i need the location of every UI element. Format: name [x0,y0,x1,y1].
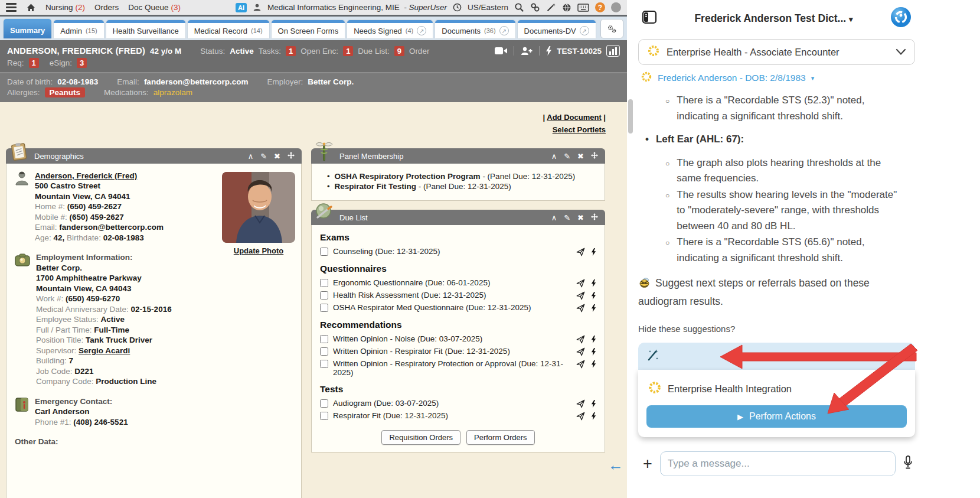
perform-bolt-icon[interactable] [591,279,596,288]
sidebar-toggle-icon[interactable] [642,10,657,27]
timezone-label[interactable]: US/Eastern [468,3,508,12]
close-icon[interactable]: ✖ [577,152,584,161]
nav-doc-queue[interactable]: Doc Queue(3) [128,3,181,12]
chevron-down-icon[interactable] [896,47,906,58]
external-link-icon[interactable]: ↗ [417,26,426,35]
due-item-checkbox[interactable] [320,347,328,356]
send-icon[interactable] [576,335,585,344]
tab-health-surveillance[interactable]: Health Surveillance [106,20,185,38]
panel-membership-header[interactable]: Panel Membership ∧ ✎ ✖ [311,148,605,164]
suggestion-action-box[interactable] [638,343,915,370]
suggested-prompt[interactable]: Suggest next steps or referrals based on… [638,275,914,310]
conversation-title[interactable]: Frederick Anderson Test Dict... ▾ [662,12,886,25]
due-item-checkbox[interactable] [320,399,328,408]
tab-documents-dv[interactable]: Documents-DV↗ [518,20,596,38]
tab-admin[interactable]: Admin(15) [54,20,103,38]
collapse-icon[interactable]: ∧ [551,152,557,161]
due-item-checkbox[interactable] [320,412,328,420]
send-icon[interactable] [576,399,585,408]
scrollbar-thumb[interactable] [628,99,633,134]
open-enc-count-badge[interactable]: 1 [343,46,353,56]
edit-icon[interactable]: ✎ [564,152,570,161]
search-icon[interactable] [514,2,524,12]
due-list-header[interactable]: Due List ∧ ✎ ✖ [311,210,605,225]
hide-suggestions-link[interactable]: Hide these suggestions? [638,324,915,334]
close-icon[interactable]: ✖ [577,213,584,222]
send-icon[interactable] [576,347,585,356]
due-list-count-badge[interactable]: 9 [394,46,404,56]
external-link-icon[interactable]: ↗ [499,26,509,35]
external-link-icon[interactable]: ↗ [580,26,589,35]
due-item-checkbox[interactable] [320,304,328,312]
move-icon[interactable] [288,152,295,161]
requisition-orders-button[interactable]: Requisition Orders [381,430,460,445]
edit-icon[interactable]: ✎ [564,213,570,222]
send-icon[interactable] [576,304,585,313]
nav-nursing[interactable]: Nursing(2) [45,3,85,12]
supervisor-link[interactable]: Sergio Acardi [79,346,130,355]
video-icon[interactable] [495,47,508,55]
send-icon[interactable] [576,412,585,421]
assistant-logo[interactable] [890,6,912,30]
due-item-checkbox[interactable] [320,360,328,368]
req-count-badge[interactable]: 1 [29,58,39,68]
send-icon[interactable] [576,291,585,300]
help-icon[interactable]: ? [595,2,605,12]
perform-orders-button[interactable]: Perform Orders [466,430,535,445]
move-icon[interactable] [591,213,598,222]
demographics-portlet-header[interactable]: Demographics ∧ ✎ ✖ [6,148,302,164]
due-item-checkbox[interactable] [320,335,328,343]
perform-bolt-icon[interactable] [591,412,596,421]
select-portlets-link[interactable]: Select Portlets [553,125,606,134]
keyboard-icon[interactable] [577,4,589,12]
perform-bolt-icon[interactable] [591,304,596,313]
patient-context-link[interactable]: Frederick Anderson - DOB: 2/8/1983 ▾ [635,71,919,85]
wand-icon[interactable] [546,2,556,12]
send-icon[interactable] [576,279,585,288]
hamburger-menu-icon[interactable] [6,3,17,12]
panel-collapse-arrow[interactable]: ← [608,456,623,474]
send-icon[interactable] [576,248,585,256]
home-icon[interactable] [26,3,36,12]
microphone-icon[interactable] [903,455,913,472]
collapse-icon[interactable]: ∧ [551,213,557,222]
due-item-checkbox[interactable] [320,279,328,287]
tasks-count-badge[interactable]: 1 [286,46,296,56]
encounter-source-card[interactable]: Enterprise Health - Associate Encounter [638,39,915,65]
send-icon[interactable] [576,360,585,369]
message-input[interactable] [660,451,896,476]
perform-bolt-icon[interactable] [591,347,596,356]
nav-orders[interactable]: Orders [94,3,119,12]
move-icon[interactable] [591,152,598,161]
tab-settings-button[interactable] [600,19,623,38]
tab-needs-signed[interactable]: Needs Signed(4)↗ [347,20,433,38]
tab-medical-record[interactable]: Medical Record(14) [188,20,269,38]
due-item-checkbox[interactable] [320,248,328,256]
esign-count-badge[interactable]: 3 [77,58,87,68]
add-person-icon[interactable] [520,46,533,56]
add-document-link[interactable]: Add Document [547,113,601,122]
tab-summary[interactable]: Summary [4,19,51,38]
medication-value[interactable]: alprazolam [153,88,192,97]
patient-name-link[interactable]: Anderson, Frederick (Fred) [35,171,137,180]
perform-actions-button[interactable]: ▶ Perform Actions [646,405,907,428]
collapse-icon[interactable]: ∧ [248,152,254,161]
allergy-badge[interactable]: Peanuts [45,87,86,97]
chart-graph-button[interactable] [606,45,620,57]
perform-bolt-icon[interactable] [591,399,596,408]
update-photo-link[interactable]: Update Photo [234,246,284,255]
attach-plus-button[interactable]: + [643,456,652,472]
perform-bolt-icon[interactable] [591,291,596,300]
perform-bolt-icon[interactable] [591,248,596,256]
edit-icon[interactable]: ✎ [260,152,267,161]
perform-bolt-icon[interactable] [591,360,596,369]
due-item-checkbox[interactable] [320,291,328,300]
close-icon[interactable]: ✖ [274,152,280,161]
ai-badge[interactable]: AI [236,3,247,12]
tab-documents[interactable]: Documents(36)↗ [435,20,515,38]
order-link[interactable]: Order [409,47,430,56]
link-icon[interactable] [530,2,540,12]
tab-on-screen-forms[interactable]: On Screen Forms [272,20,345,38]
lightning-icon[interactable] [545,46,552,56]
globe-icon[interactable] [562,3,571,12]
